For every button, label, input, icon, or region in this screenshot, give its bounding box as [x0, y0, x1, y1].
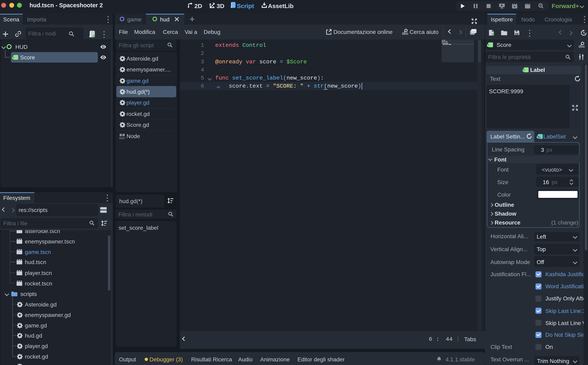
- svg-text:DOC: DOC: [119, 136, 125, 140]
